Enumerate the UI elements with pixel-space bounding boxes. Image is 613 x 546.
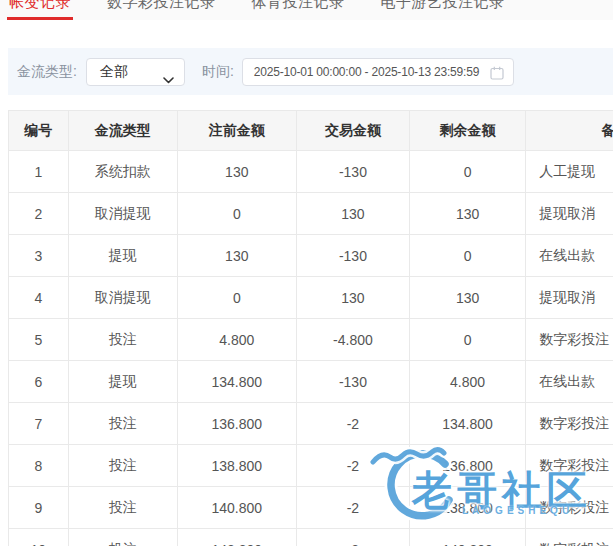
- tab-account-change-records[interactable]: 帐变记录: [9, 0, 71, 20]
- cell: -2: [296, 529, 409, 546]
- cell: 10: [9, 529, 69, 546]
- date-range-value: 2025-10-01 00:00:00 - 2025-10-13 23:59:5…: [254, 65, 479, 79]
- cell: 0: [410, 319, 526, 361]
- filter-bar: 金流类型: 全部 时间: 2025-10-01 00:00:00 - 2025-…: [8, 48, 613, 95]
- cell: 在线出款: [526, 235, 613, 277]
- flow-type-label: 金流类型:: [17, 63, 77, 81]
- cell: 投注: [68, 487, 177, 529]
- cell: -130: [296, 235, 409, 277]
- table-row: 8投注138.800-2136.800数字彩投注: [9, 445, 613, 487]
- cell: -4.800: [296, 319, 409, 361]
- cell: 0: [177, 277, 296, 319]
- cell: 8: [9, 445, 69, 487]
- column-header: 注前金额: [177, 111, 296, 151]
- time-label: 时间:: [202, 63, 234, 81]
- table-row: 6提现134.800-1304.800在线出款: [9, 361, 613, 403]
- cell: 130: [296, 193, 409, 235]
- calendar-icon: [490, 66, 504, 84]
- cell: 提现: [68, 361, 177, 403]
- column-header: 编号: [9, 111, 69, 151]
- cell: 数字彩投注: [526, 319, 613, 361]
- cell: 3: [9, 235, 69, 277]
- account-records-page: 帐变记录数字彩投注记录体育投注记录电子游艺投注记录 金流类型: 全部 时间: 2…: [0, 0, 613, 546]
- records-table: 编号金流类型注前金额交易金额剩余金额备注 1系统扣款130-1300人工提现2取…: [8, 110, 613, 546]
- cell: 取消提现: [68, 277, 177, 319]
- cell: 5: [9, 319, 69, 361]
- table-row: 1系统扣款130-1300人工提现: [9, 151, 613, 193]
- cell: 134.800: [410, 403, 526, 445]
- cell: 4: [9, 277, 69, 319]
- cell: 投注: [68, 445, 177, 487]
- cell: 数字彩投注: [526, 445, 613, 487]
- cell: 130: [410, 277, 526, 319]
- cell: 130: [177, 235, 296, 277]
- cell: 投注: [68, 319, 177, 361]
- table-header-row: 编号金流类型注前金额交易金额剩余金额备注: [9, 111, 613, 151]
- table-row: 4取消提现0130130提现取消: [9, 277, 613, 319]
- flow-type-selected-value: 全部: [100, 63, 128, 81]
- cell: 130: [177, 151, 296, 193]
- table-row: 5投注4.800-4.8000数字彩投注: [9, 319, 613, 361]
- cell: 142.800: [177, 529, 296, 546]
- cell: 数字彩投注: [526, 487, 613, 529]
- cell: 140.800: [410, 529, 526, 546]
- cell: 130: [296, 277, 409, 319]
- cell: 138.800: [177, 445, 296, 487]
- cell: 136.800: [177, 403, 296, 445]
- chevron-down-icon: [163, 70, 174, 88]
- cell: 提现: [68, 235, 177, 277]
- cell: 数字彩投注: [526, 529, 613, 546]
- table-row: 10投注142.800-2140.800数字彩投注: [9, 529, 613, 546]
- cell: -2: [296, 403, 409, 445]
- cell: 在线出款: [526, 361, 613, 403]
- cell: 人工提现: [526, 151, 613, 193]
- records-table-wrap: 编号金流类型注前金额交易金额剩余金额备注 1系统扣款130-1300人工提现2取…: [8, 110, 613, 546]
- cell: -2: [296, 487, 409, 529]
- cell: 9: [9, 487, 69, 529]
- cell: 7: [9, 403, 69, 445]
- table-row: 7投注136.800-2134.800数字彩投注: [9, 403, 613, 445]
- cell: 0: [410, 235, 526, 277]
- column-header: 交易金额: [296, 111, 409, 151]
- tab-egames-bet-records[interactable]: 电子游艺投注记录: [381, 0, 505, 20]
- cell: 140.800: [177, 487, 296, 529]
- cell: 134.800: [177, 361, 296, 403]
- column-header: 备注: [526, 111, 613, 151]
- cell: 投注: [68, 403, 177, 445]
- cell: -130: [296, 151, 409, 193]
- date-range-input[interactable]: 2025-10-01 00:00:00 - 2025-10-13 23:59:5…: [242, 58, 514, 86]
- cell: 取消提现: [68, 193, 177, 235]
- cell: 130: [410, 193, 526, 235]
- table-row: 3提现130-1300在线出款: [9, 235, 613, 277]
- flow-type-select[interactable]: 全部: [86, 58, 185, 86]
- table-row: 2取消提现0130130提现取消: [9, 193, 613, 235]
- cell: 0: [177, 193, 296, 235]
- tab-digital-lottery-bet-records[interactable]: 数字彩投注记录: [107, 0, 216, 20]
- cell: 136.800: [410, 445, 526, 487]
- cell: -2: [296, 445, 409, 487]
- column-header: 剩余金额: [410, 111, 526, 151]
- cell: 投注: [68, 529, 177, 546]
- cell: -130: [296, 361, 409, 403]
- cell: 138.800: [410, 487, 526, 529]
- cell: 提现取消: [526, 193, 613, 235]
- table-row: 9投注140.800-2138.800数字彩投注: [9, 487, 613, 529]
- tab-bar: 帐变记录数字彩投注记录体育投注记录电子游艺投注记录: [0, 0, 613, 20]
- cell: 0: [410, 151, 526, 193]
- cell: 1: [9, 151, 69, 193]
- tab-sports-bet-records[interactable]: 体育投注记录: [252, 0, 345, 20]
- cell: 4.800: [177, 319, 296, 361]
- cell: 数字彩投注: [526, 403, 613, 445]
- column-header: 金流类型: [68, 111, 177, 151]
- cell: 提现取消: [526, 277, 613, 319]
- cell: 系统扣款: [68, 151, 177, 193]
- cell: 6: [9, 361, 69, 403]
- cell: 2: [9, 193, 69, 235]
- cell: 4.800: [410, 361, 526, 403]
